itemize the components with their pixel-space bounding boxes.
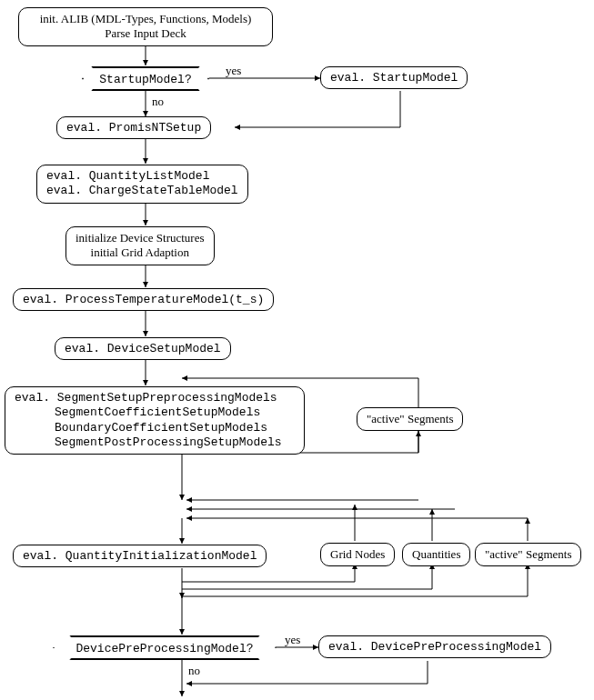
eval-segment-models-node: eval. SegmentSetupPreprocessingModels Se…	[5, 386, 305, 455]
eval-devicepreprocessing-node: eval. DevicePreProcessingModel	[318, 635, 551, 658]
init-device-structures-node: initialize Device Structures initial Gri…	[65, 226, 215, 265]
seg-l1: eval. SegmentSetupPreprocessingModels	[15, 391, 295, 405]
grid-nodes-loop-label: Grid Nodes	[330, 547, 385, 561]
startup-model-decision: StartupModel?	[82, 66, 209, 91]
quantities-loop: Quantities	[402, 543, 470, 566]
startup-yes-label: yes	[226, 64, 241, 78]
eval-promisntsetup-node: eval. PromisNTSetup	[56, 116, 211, 139]
init-alib-line1: init. ALIB (MDL-Types, Functions, Models…	[28, 12, 263, 26]
eval-devicesetup-label: eval. DeviceSetupModel	[65, 342, 221, 355]
eval-startupmodel-node: eval. StartupModel	[320, 66, 468, 89]
eval-quantitylist-l2: eval. ChargeStateTableModel	[46, 184, 238, 198]
quantities-loop-label: Quantities	[412, 547, 460, 561]
init-alib-line2: Parse Input Deck	[28, 26, 263, 41]
startup-model-decision-label: StartupModel?	[99, 73, 191, 86]
eval-devicesetup-node: eval. DeviceSetupModel	[55, 337, 231, 360]
seg-l2: SegmentCoefficientSetupModels	[15, 405, 295, 420]
device-preprocessing-decision-label: DevicePreProcessingModel?	[76, 642, 253, 655]
active-segments-loop-2: "active" Segments	[475, 543, 581, 566]
eval-quantityinit-label: eval. QuantityInitializationModel	[23, 549, 257, 563]
init-device-l1: initialize Device Structures	[76, 231, 205, 245]
eval-processtemperature-node: eval. ProcessTemperatureModel(t_s)	[13, 288, 274, 311]
seg-l3: BoundaryCoefficientSetupModels	[15, 421, 295, 435]
seg-l4: SegmentPostProcessingSetupModels	[15, 435, 295, 450]
active-segments-loop-2-label: "active" Segments	[485, 547, 571, 561]
device-preprocessing-decision: DevicePreProcessingModel?	[53, 635, 277, 660]
startup-no-label: no	[152, 95, 164, 109]
device-preproc-no-label: no	[188, 664, 200, 678]
eval-devicepreprocessing-label: eval. DevicePreProcessingModel	[328, 640, 541, 654]
grid-nodes-loop: Grid Nodes	[320, 543, 395, 566]
eval-quantitylist-l1: eval. QuantityListModel	[46, 169, 238, 184]
active-segments-loop-1: "active" Segments	[357, 407, 463, 431]
eval-quantitylist-node: eval. QuantityListModel eval. ChargeStat…	[36, 165, 248, 204]
eval-processtemperature-label: eval. ProcessTemperatureModel(t_s)	[23, 293, 264, 306]
eval-promisntsetup-label: eval. PromisNTSetup	[66, 121, 201, 135]
device-preproc-yes-label: yes	[285, 633, 300, 647]
init-alib-node: init. ALIB (MDL-Types, Functions, Models…	[18, 7, 273, 46]
init-device-l2: initial Grid Adaption	[76, 245, 205, 260]
eval-quantityinit-node: eval. QuantityInitializationModel	[13, 545, 267, 567]
eval-startupmodel-label: eval. StartupModel	[330, 71, 458, 85]
active-segments-loop-1-label: "active" Segments	[367, 412, 453, 425]
